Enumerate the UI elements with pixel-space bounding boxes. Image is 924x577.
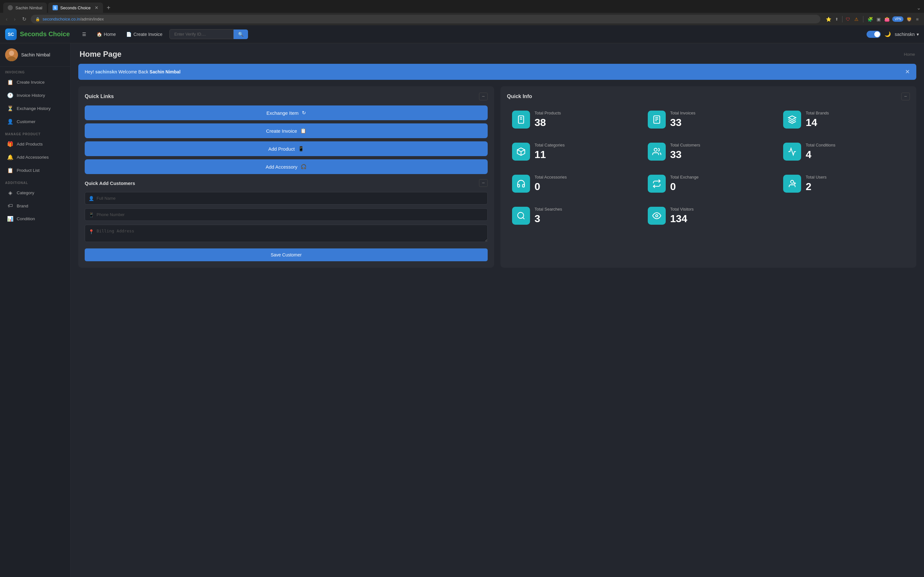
wallet-icon[interactable]: 👛 xyxy=(884,16,890,22)
add-accessory-button[interactable]: Add Accessory 🎧 xyxy=(85,159,488,174)
home-nav-button[interactable]: 🏠 Home xyxy=(92,29,120,39)
sidebar-item-create-invoice[interactable]: 📋 Create Invoice xyxy=(2,76,68,89)
billing-address-input[interactable] xyxy=(85,225,488,242)
username-display: sachinskn xyxy=(895,32,915,37)
alert-icon[interactable]: ⚠ xyxy=(853,16,859,22)
quick-info-collapse-button[interactable]: − xyxy=(901,93,910,100)
visitors-label: Total Visitors xyxy=(670,207,769,211)
exchange-stat-icon xyxy=(648,175,666,193)
tab-bar: Sachin Nimbal S Seconds Choice ✕ + ⌄ xyxy=(0,0,924,13)
sidebar-item-add-products[interactable]: 🎁 Add Products xyxy=(2,138,68,150)
sidebar-label: Invoice History xyxy=(17,93,45,98)
back-button[interactable]: ‹ xyxy=(4,15,9,23)
dark-mode-icon[interactable]: 🌙 xyxy=(885,31,891,37)
sidebar-label: Create Invoice xyxy=(17,80,45,85)
sidebar-item-exchange-history[interactable]: ⏳ Exchange History xyxy=(2,102,68,115)
add-accessory-label: Add Accessory xyxy=(266,164,297,169)
phone-input[interactable] xyxy=(85,208,488,221)
full-name-group: 👤 xyxy=(85,192,488,205)
phone-icon: 📱 xyxy=(298,146,304,152)
sidebar-item-customer[interactable]: 👤 Customer xyxy=(2,115,68,128)
category-icon: ◈ xyxy=(7,190,13,196)
conditions-value: 4 xyxy=(806,149,905,161)
create-invoice-nav-button[interactable]: 📄 Create Invoice xyxy=(121,29,167,39)
searches-value: 3 xyxy=(535,213,634,225)
tab-seconds-choice[interactable]: S Seconds Choice ✕ xyxy=(48,3,103,13)
tab-close-button[interactable]: ✕ xyxy=(95,5,99,10)
sidebar-label: Product List xyxy=(17,168,39,173)
invoicing-section-label: INVOICING xyxy=(0,67,70,75)
stat-total-accessories: Total Accessories 0 xyxy=(507,169,639,198)
sidebar-toggle-icon[interactable]: ▣ xyxy=(876,16,881,22)
save-customer-button[interactable]: Save Customer xyxy=(85,248,488,261)
conditions-label: Total Conditions xyxy=(806,143,905,147)
address-input[interactable]: 🔒 secondschoice.co.in/admin/index xyxy=(31,15,821,23)
quick-add-collapse-button[interactable]: − xyxy=(479,179,488,187)
stat-total-categories: Total Categories 11 xyxy=(507,137,639,166)
tab-sachin-nimbal[interactable]: Sachin Nimbal xyxy=(3,3,47,13)
brands-icon xyxy=(783,111,801,129)
tab-label-active: Seconds Choice xyxy=(60,5,91,10)
exchange-item-label: Exchange Item xyxy=(266,110,298,116)
extension-icon[interactable]: 🧩 xyxy=(867,16,873,22)
quick-links-card: Quick Links − Exchange Item ↻ Create Inv… xyxy=(78,86,494,268)
add-products-icon: 🎁 xyxy=(7,141,13,147)
menu-icon[interactable]: ≡ xyxy=(914,16,920,22)
tab-label: Sachin Nimbal xyxy=(15,5,42,10)
invoice-icon: 📋 xyxy=(300,128,306,134)
svg-point-13 xyxy=(791,181,794,183)
exchange-item-button[interactable]: Exchange Item ↻ xyxy=(85,105,488,120)
profile-icon[interactable]: 🦁 xyxy=(906,16,912,22)
header-nav: ☰ 🏠 Home 📄 Create Invoice xyxy=(78,29,167,39)
app-header: SC Seconds Choice ☰ 🏠 Home 📄 Create Invo… xyxy=(0,25,924,43)
full-name-input[interactable] xyxy=(85,192,488,205)
customer-icon: 👤 xyxy=(7,119,13,125)
refresh-button[interactable]: ↻ xyxy=(20,15,28,23)
exchange-icon: ↻ xyxy=(302,110,306,116)
share-icon[interactable]: ⬆ xyxy=(834,16,840,22)
theme-toggle[interactable] xyxy=(867,31,881,38)
users-label: Total Users xyxy=(806,175,905,179)
forward-button[interactable]: › xyxy=(12,15,17,23)
sidebar-item-product-list[interactable]: 📋 Product List xyxy=(2,164,68,177)
invoice-icon: 📋 xyxy=(7,79,13,85)
verify-id-input[interactable] xyxy=(170,29,234,39)
new-tab-button[interactable]: + xyxy=(104,3,113,13)
shield-red-icon[interactable]: 🛡 xyxy=(845,16,851,22)
app-body: Sachin Nimbal INVOICING 📋 Create Invoice… xyxy=(0,43,924,577)
sidebar-label: Category xyxy=(17,190,34,195)
welcome-text: Hey! sachinskn Welcome Back Sachin Nimba… xyxy=(85,69,181,74)
sidebar-label: Add Accessories xyxy=(17,155,49,160)
address-bar: ‹ › ↻ 🔒 secondschoice.co.in/admin/index … xyxy=(0,13,924,25)
create-invoice-label: Create Invoice xyxy=(266,128,297,134)
sidebar-item-add-accessories[interactable]: 🔔 Add Accessories xyxy=(2,151,68,163)
customers-label: Total Customers xyxy=(670,143,769,147)
vpn-button[interactable]: VPN xyxy=(892,16,903,22)
quick-links-collapse-button[interactable]: − xyxy=(479,93,488,100)
product-list-icon: 📋 xyxy=(7,167,13,173)
banner-close-button[interactable]: ✕ xyxy=(905,68,910,75)
exchange-stat-label: Total Exchange xyxy=(670,175,769,179)
add-product-button[interactable]: Add Product 📱 xyxy=(85,141,488,156)
invoices-label: Total Invoices xyxy=(670,111,769,115)
stat-total-searches: Total Searches 3 xyxy=(507,201,639,230)
sidebar-item-category[interactable]: ◈ Category xyxy=(2,187,68,199)
dashboard-grid: Quick Links − Exchange Item ↻ Create Inv… xyxy=(71,86,924,276)
visitors-icon xyxy=(648,207,666,225)
user-menu[interactable]: sachinskn ▾ xyxy=(895,32,919,37)
stat-total-customers: Total Customers 33 xyxy=(643,137,774,166)
manage-product-section-label: MANAGE PRODUCT xyxy=(0,129,70,137)
search-button[interactable]: 🔍 xyxy=(234,29,248,39)
sidebar: Sachin Nimbal INVOICING 📋 Create Invoice… xyxy=(0,43,71,577)
menu-toggle-button[interactable]: ☰ xyxy=(78,29,91,39)
stat-total-conditions: Total Conditions 4 xyxy=(778,137,910,166)
sidebar-item-invoice-history[interactable]: 🕐 Invoice History xyxy=(2,89,68,102)
users-value: 2 xyxy=(806,181,905,193)
bookmark-icon[interactable]: ⭐ xyxy=(825,16,831,22)
sidebar-item-condition[interactable]: 📊 Condition xyxy=(2,213,68,225)
tab-list-icon[interactable]: ⌄ xyxy=(917,5,921,11)
sidebar-item-brand[interactable]: 🏷 Brand xyxy=(2,200,68,212)
create-invoice-button[interactable]: Create Invoice 📋 xyxy=(85,123,488,138)
condition-icon: 📊 xyxy=(7,216,13,222)
quick-info-header: Quick Info − xyxy=(507,93,910,100)
